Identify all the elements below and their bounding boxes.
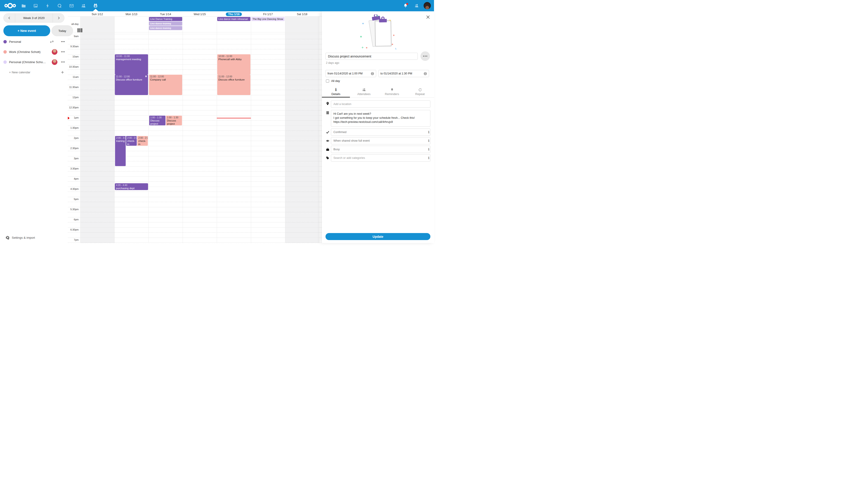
user-avatar[interactable] [424,2,431,9]
today-button[interactable]: Today [52,25,73,36]
all-day-event[interactable]: Line dance main rehearsal [217,17,250,21]
hour-gridline [68,227,322,228]
event-chip[interactable]: 1:00 - 1:30Discuss project [166,115,182,125]
close-icon[interactable] [425,14,431,20]
event-title: Company call [150,78,181,81]
categories-input[interactable] [331,154,430,162]
visibility-select[interactable] [331,137,430,144]
app-calendar[interactable] [90,0,101,11]
all-day-label[interactable]: All day [331,79,340,83]
calendar-name: Work (Christine Schott) [9,50,52,54]
event-title-input[interactable] [326,53,418,60]
quarter-gridline [68,181,322,182]
event-chip[interactable]: 2:00 - 2:30check-in [126,136,137,146]
categories-tag-icon [326,156,329,160]
new-calendar-button[interactable]: + New calendar [0,68,68,76]
event-chip[interactable]: 10:00 - 11:00management meeting [115,54,148,75]
next-week-button[interactable] [53,13,64,22]
hour-gridline [68,187,322,187]
calendar-list-item[interactable]: Personal••• [0,37,68,46]
day-header[interactable]: Tue 1/14 [149,12,183,17]
all-day-event[interactable]: The Big Line Dancing Show [251,17,285,21]
hour-gridline [68,207,322,207]
description-textarea[interactable]: Hi Carl! are you in next week? I got som… [331,110,430,127]
weekend-shading [80,16,114,243]
event-chip[interactable]: 2:00 - 3:30training [115,136,126,166]
app-activity[interactable] [41,0,54,11]
time-label: 12pm [68,96,79,98]
day-header[interactable]: Mon 1/13 [114,12,149,17]
calendar-name: Personal [9,40,52,44]
freebusy-info-icon[interactable]: i [427,147,430,151]
app-talk[interactable] [54,0,66,11]
quarter-gridline [68,192,322,192]
event-chip[interactable]: 2:00 - 2:30check-in [137,136,148,146]
calendar-actions-icon[interactable]: ••• [61,50,65,54]
day-header[interactable]: Sat 1/18 [285,12,319,17]
all-day-event[interactable]: Line dance training [149,22,182,26]
repeat-icon [418,88,422,92]
event-chip[interactable]: 11:00 - 12:00Company call [149,75,182,95]
notifications-button[interactable] [401,0,410,11]
all-day-event[interactable]: Line dance training [149,26,182,30]
categories-info-icon[interactable]: i [427,156,430,160]
settings-and-import[interactable]: Settings & import [6,236,35,239]
end-datetime-field[interactable]: to 01/14/2020 at 1:30 PM [378,70,429,77]
event-chip[interactable]: 4:20 - 4:40purchasing dept [115,183,148,190]
status-info-icon[interactable]: i [427,130,430,134]
allday-bottom-border [68,32,322,32]
freebusy-select[interactable] [331,146,430,153]
timezone-globe-icon[interactable] [424,72,427,75]
update-button[interactable]: Update [326,233,430,240]
event-chip[interactable]: 11:00 - 12:00Discuss office furniture [217,75,250,95]
day-header[interactable]: Fri 1/17 [251,12,285,17]
event-time: 11:00 - 12:00 [116,75,147,78]
event-chip[interactable]: 1:00 - 1:30Discuss project announcement [149,115,166,125]
hour-gridline [68,115,322,116]
day-header[interactable]: Sun 1/12 [80,12,114,17]
calendar-name: Personal (Christine Scho… [9,60,52,64]
visibility-info-icon[interactable]: i [427,139,430,143]
time-label: 2pm [68,137,79,139]
tab-reminders[interactable]: Reminders [378,87,406,97]
calendar-list-item[interactable]: Personal (Christine Scho…••• [0,58,68,66]
tab-attendees[interactable]: Attendees [350,87,378,97]
app-photos[interactable] [30,0,41,11]
tab-repeat[interactable]: Repeat [406,87,434,97]
nextcloud-logo[interactable] [3,0,18,11]
last-modified-text: 2 days ago [326,61,339,64]
quarter-gridline [68,171,322,172]
all-day-checkbox[interactable] [326,79,329,83]
status-select[interactable] [331,128,430,136]
visibility-eye-icon [326,139,329,143]
app-files[interactable] [18,0,30,11]
hour-gridline [68,64,322,65]
calendar-list-item[interactable]: Work (Christine Schott)••• [0,48,68,56]
contacts-menu-button[interactable] [412,0,421,11]
location-input[interactable] [331,101,430,108]
app-mail[interactable] [66,0,78,11]
event-chip[interactable]: 11:00 - 12:00Discuss office furniture [115,75,148,95]
event-chip[interactable]: 10:00 - 11:00Phonecall with Abby [217,54,250,75]
share-link-icon[interactable] [50,40,54,44]
previous-week-button[interactable] [4,13,15,22]
day-header[interactable]: Wed 1/15 [183,12,217,17]
tab-details[interactable]: iDetails [322,87,350,97]
app-contacts[interactable] [78,0,90,11]
new-event-button[interactable]: + New event [3,25,50,36]
week-label[interactable]: Week 3 of 2020 [15,13,53,22]
time-label: 11am [68,76,79,78]
start-datetime-field[interactable]: from 01/14/2020 at 1:00 PM [326,70,376,77]
tab-label: Details [331,92,340,96]
event-actions-menu-icon[interactable] [421,51,430,61]
day-header[interactable]: Thu 1/16 [217,12,251,17]
calendar-actions-icon[interactable]: ••• [61,60,65,64]
calendar-actions-icon[interactable]: ••• [61,40,65,44]
timezone-globe-icon[interactable] [371,72,374,75]
tab-label: Attendees [358,92,371,96]
view-switcher-icon[interactable] [78,28,82,32]
person-icon [414,3,419,8]
time-label: 10:30am [68,65,79,68]
all-day-event[interactable]: Line Dance Training [149,17,182,21]
hour-gridline [68,125,322,126]
